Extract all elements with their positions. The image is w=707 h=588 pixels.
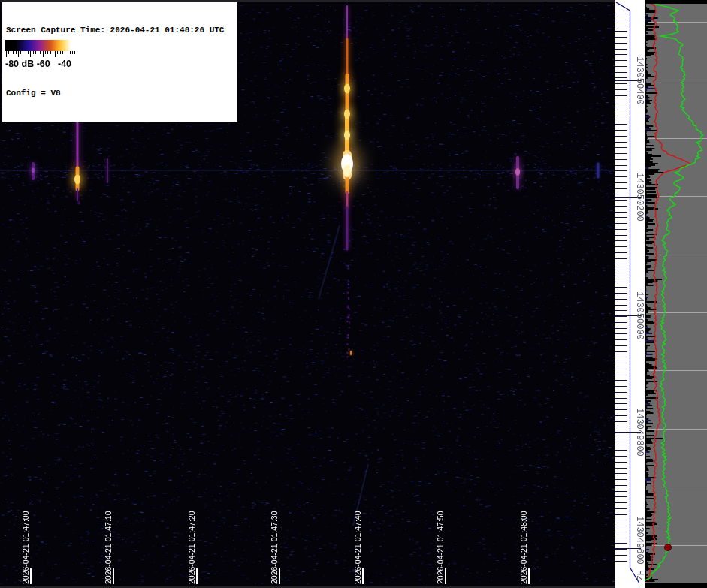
time-axis-tick: [113, 568, 114, 584]
spectrum-lab-screen: Screen Capture Time: 2026-04-21 01:48:26…: [0, 0, 707, 588]
time-axis-tick: [445, 568, 446, 584]
color-scale-label-high: -40: [58, 59, 71, 69]
color-scale-labels: -80 dB -60 -40: [4, 57, 79, 71]
time-axis-tick: [196, 568, 198, 584]
frequency-axis-label: 143050400: [634, 56, 644, 105]
frequency-axis-label: 143050200: [634, 173, 644, 222]
color-scale-label-low: -80 dB -60: [5, 59, 50, 69]
config-text: Config = V8: [6, 88, 237, 98]
time-axis-label: 2026-04-21 01:47:40: [353, 511, 362, 585]
time-axis-label: 2026-04-21 01:48:00: [519, 511, 528, 585]
time-axis-tick: [30, 568, 32, 584]
color-scale-gradient: [5, 40, 77, 51]
frequency-axis-label: 143049600 Hz: [634, 516, 644, 580]
spectrum-canvas: [645, 0, 707, 588]
time-axis-tick: [528, 568, 530, 584]
frequency-axis-label: 143050000: [634, 291, 644, 340]
time-axis-label: 2026-04-21 01:47:10: [104, 511, 113, 585]
capture-time-text: Screen Capture Time: 2026-04-21 01:48:26…: [6, 25, 237, 35]
color-scale: -80 dB -60 -40: [4, 38, 79, 73]
time-axis-label: 2026-04-21 01:47:30: [270, 511, 279, 585]
waterfall-panel: Screen Capture Time: 2026-04-21 01:48:26…: [0, 0, 615, 588]
time-axis-label: 2026-04-21 01:47:00: [21, 511, 30, 585]
time-axis-tick: [279, 568, 280, 584]
time-axis-label: 2026-04-21 01:47:20: [187, 511, 196, 585]
time-axis-tick: [362, 568, 364, 584]
spectrum-panel: [645, 0, 707, 588]
time-axis-label: 2026-04-21 01:47:50: [436, 511, 445, 585]
frequency-ruler: 1430504001430502001430500001430498001430…: [615, 0, 645, 588]
frequency-axis-label: 143049800: [634, 408, 644, 457]
